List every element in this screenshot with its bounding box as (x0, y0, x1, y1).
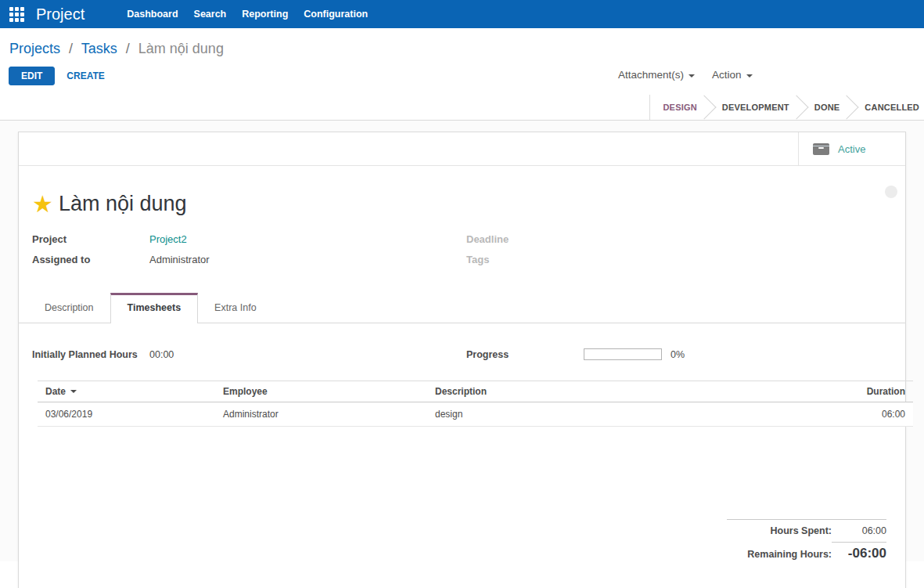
column-header-duration[interactable]: Duration (777, 381, 913, 402)
hours-spent-value: 06:00 (832, 525, 886, 536)
cell-date[interactable]: 03/06/2019 (38, 402, 215, 427)
progress-percent: 0% (671, 349, 685, 360)
table-row[interactable]: 03/06/2019 Administrator design 06:00 (38, 402, 913, 427)
column-header-description[interactable]: Description (427, 381, 777, 402)
app-title[interactable]: Project (36, 5, 84, 23)
menu-reporting[interactable]: Reporting (234, 9, 296, 20)
edit-button[interactable]: EDIT (9, 67, 55, 85)
form-sheet: Active ★ Làm nội dung Project Project2 A… (18, 132, 906, 588)
column-header-employee[interactable]: Employee (215, 381, 427, 402)
progress-bar (584, 348, 662, 360)
attachments-label: Attachment(s) (618, 69, 684, 81)
title-block: ★ Làm nội dung (19, 166, 905, 221)
button-box: Active (19, 132, 905, 166)
breadcrumb-separator: / (69, 41, 73, 56)
cell-duration[interactable]: 06:00 (777, 402, 913, 427)
stage-cancelled[interactable]: CANCELLED (865, 103, 919, 112)
planned-hours-value: 00:00 (149, 349, 174, 360)
breadcrumb: Projects / Tasks / Làm nội dung (0, 28, 924, 57)
field-column-right: Deadline Tags (466, 233, 892, 274)
kanban-state-dot[interactable] (885, 186, 897, 198)
create-button[interactable]: CREATE (67, 70, 104, 81)
hours-spent-label: Hours Spent: (771, 525, 832, 536)
tags-label: Tags (466, 254, 584, 265)
breadcrumb-current-task: Làm nội dung (138, 41, 224, 56)
control-panel-buttons: EDIT CREATE Attachment(s) Action (0, 67, 924, 85)
assigned-to-label: Assigned to (32, 254, 149, 265)
archive-icon (813, 143, 829, 155)
date-header-label: Date (45, 386, 66, 397)
progress-label: Progress (466, 349, 584, 360)
progress-field: Progress 0% (466, 348, 892, 360)
favorite-star-icon[interactable]: ★ (32, 193, 53, 216)
field-assigned-to: Assigned to Administrator (32, 254, 466, 265)
stage-arrow-icon (835, 95, 859, 119)
timesheet-header-row: Date Employee Description Duration (38, 381, 913, 402)
chevron-down-icon (689, 74, 695, 78)
tab-timesheets[interactable]: Timesheets (110, 293, 199, 323)
active-toggle-label: Active (838, 143, 865, 155)
chevron-down-icon (746, 74, 753, 78)
field-project: Project Project2 (32, 233, 466, 245)
timesheets-tab-content: Initially Planned Hours 00:00 Progress 0… (19, 323, 905, 561)
statusbar: DESIGN DEVELOPMENT DONE CANCELLED (0, 95, 924, 121)
menu-search[interactable]: Search (186, 9, 235, 20)
field-tags: Tags (466, 254, 892, 265)
column-header-date[interactable]: Date (38, 381, 215, 402)
hours-spent-row: Hours Spent: 06:00 (727, 525, 886, 536)
attachments-dropdown[interactable]: Attachment(s) (618, 69, 695, 81)
hours-progress-row: Initially Planned Hours 00:00 Progress 0… (32, 348, 892, 360)
task-title: Làm nội dung (59, 192, 187, 216)
breadcrumb-tasks[interactable]: Tasks (81, 41, 117, 56)
planned-hours-label: Initially Planned Hours (32, 349, 149, 360)
assigned-to-value: Administrator (149, 254, 210, 265)
cell-description[interactable]: design (427, 402, 777, 427)
control-panel: Projects / Tasks / Làm nội dung EDIT CRE… (0, 28, 924, 121)
form-view: Active ★ Làm nội dung Project Project2 A… (0, 121, 924, 561)
remaining-hours-label: Remaining Hours: (747, 549, 832, 560)
top-navbar: Project Dashboard Search Reporting Confi… (0, 0, 924, 28)
stage-arrow-icon (692, 95, 716, 119)
tab-extra-info[interactable]: Extra Info (198, 293, 273, 323)
deadline-label: Deadline (466, 233, 584, 245)
main-menu: Dashboard Search Reporting Configuration (119, 9, 376, 20)
stage-development[interactable]: DEVELOPMENT (722, 103, 789, 112)
project-value-link[interactable]: Project2 (149, 233, 187, 245)
sidebar-dropdowns: Attachment(s) Action (618, 69, 753, 81)
action-dropdown[interactable]: Action (712, 69, 753, 81)
field-group: Project Project2 Assigned to Administrat… (19, 221, 905, 274)
sort-desc-icon (70, 390, 77, 393)
stage-group: DESIGN DEVELOPMENT DONE CANCELLED (649, 95, 924, 120)
apps-grid-icon[interactable] (9, 7, 24, 22)
project-label: Project (32, 233, 149, 245)
breadcrumb-separator: / (126, 41, 130, 56)
hours-totals: Hours Spent: 06:00 Remaining Hours: -06:… (727, 519, 886, 561)
menu-configuration[interactable]: Configuration (296, 9, 376, 20)
remaining-hours-value: -06:00 (832, 542, 886, 561)
list-empty-space (32, 427, 892, 519)
action-label: Action (712, 69, 742, 81)
tab-description[interactable]: Description (28, 293, 110, 323)
planned-hours-field: Initially Planned Hours 00:00 (32, 348, 466, 360)
notebook-tabs: Description Timesheets Extra Info (19, 293, 905, 323)
field-deadline: Deadline (466, 233, 892, 245)
timesheet-table: Date Employee Description Duration 03/06… (38, 381, 913, 427)
field-column-left: Project Project2 Assigned to Administrat… (32, 233, 466, 274)
stage-arrow-icon (784, 95, 808, 119)
breadcrumb-projects[interactable]: Projects (9, 41, 60, 56)
active-toggle-button[interactable]: Active (798, 132, 905, 165)
menu-dashboard[interactable]: Dashboard (119, 9, 185, 20)
cell-employee[interactable]: Administrator (215, 402, 427, 427)
remaining-hours-row: Remaining Hours: -06:00 (727, 540, 886, 561)
